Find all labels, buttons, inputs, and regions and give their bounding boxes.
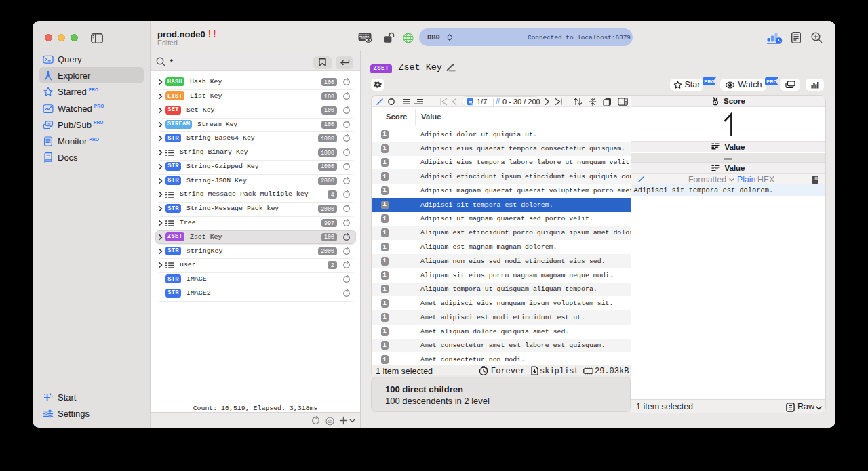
svg-text:10: 10 — [328, 419, 332, 423]
